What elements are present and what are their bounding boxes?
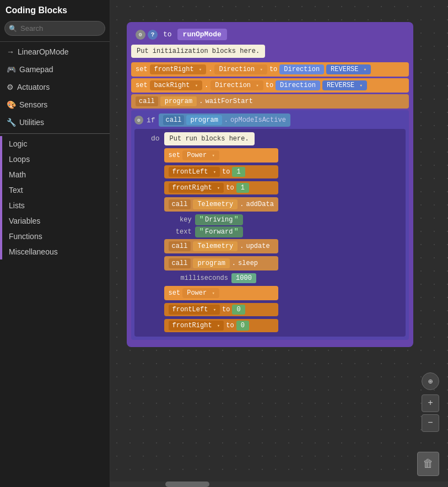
set-kw-power2: set bbox=[169, 289, 181, 297]
key-row: key " Driving " bbox=[175, 214, 278, 225]
zoom-in-button[interactable]: + bbox=[422, 394, 439, 412]
sidebar-item-label: Actuators bbox=[17, 83, 50, 91]
set-power-block2[interactable]: set Power ▾ bbox=[164, 286, 278, 300]
call-method-waitforstart: waitForStart bbox=[205, 98, 252, 105]
quote-left1: " bbox=[199, 215, 204, 224]
sidebar-item-sensors[interactable]: 🎨 Sensors bbox=[0, 96, 110, 113]
set-keyword: set bbox=[136, 66, 148, 73]
trash-button[interactable]: 🗑 bbox=[417, 452, 439, 476]
main-canvas[interactable]: ⚙ ? to runOpMode Put initialization bloc… bbox=[110, 0, 448, 487]
sidebar-item-math[interactable]: Math bbox=[0, 167, 110, 182]
quote-left2: " bbox=[199, 228, 204, 236]
assign-frontright1[interactable]: frontRight ▾ to 1 bbox=[164, 181, 278, 194]
call-obj-program1[interactable]: program bbox=[160, 96, 197, 106]
prop-direction2[interactable]: Direction ▾ bbox=[210, 80, 263, 90]
call-kw-telemetry: call bbox=[169, 199, 191, 209]
set-backright-block[interactable]: set backRight ▾ . Direction ▾ to Directi… bbox=[131, 78, 409, 93]
if-keyword: if bbox=[147, 116, 155, 125]
do-block: do Put run blocks here. set Power ▾ bbox=[134, 129, 406, 337]
sidebar-item-variables[interactable]: Variables bbox=[0, 213, 110, 229]
to2: to bbox=[266, 82, 273, 89]
runopmode-block[interactable]: ⚙ ? to runOpMode Put initialization bloc… bbox=[127, 22, 413, 347]
power-badge1[interactable]: Power ▾ bbox=[182, 150, 219, 160]
sidebar-item-functions[interactable]: Functions bbox=[0, 229, 110, 244]
prop-direction1[interactable]: Direction ▾ bbox=[214, 64, 267, 74]
key-value: Driving bbox=[205, 216, 233, 224]
do-keyword: do bbox=[151, 134, 160, 143]
header-block: ⚙ ? to runOpMode bbox=[131, 26, 409, 42]
set-power-block1[interactable]: set Power ▾ bbox=[164, 148, 278, 163]
sidebar-item-loops[interactable]: Loops bbox=[0, 151, 110, 167]
canvas-controls: ⊕ + − bbox=[422, 372, 439, 432]
var-backright[interactable]: backRight ▾ bbox=[150, 80, 202, 90]
sidebar-item-actuators[interactable]: ⚙ Actuators bbox=[0, 78, 110, 96]
search-input[interactable] bbox=[4, 21, 105, 36]
if-block[interactable]: ⚙ if call program . opModeIsActive do bbox=[131, 110, 409, 340]
zoom-out-button[interactable]: − bbox=[422, 414, 439, 432]
sidebar-item-linearopmode[interactable]: → LinearOpMode bbox=[0, 43, 110, 61]
sidebar-block-label: Math bbox=[9, 170, 26, 179]
call-sleep-block[interactable]: call program . sleep bbox=[164, 256, 278, 270]
sidebar-item-label: Gamepad bbox=[19, 65, 53, 74]
sidebar-item-miscellaneous[interactable]: Miscellaneous bbox=[0, 244, 110, 259]
sidebar: Coding Blocks 🔍 → LinearOpMode 🎮 Gamepad… bbox=[0, 0, 110, 487]
ms-value[interactable]: 1000 bbox=[231, 273, 256, 283]
dir-value1[interactable]: REVERSE ▾ bbox=[326, 64, 371, 74]
call-opmode-block[interactable]: call program . opModeIsActive bbox=[159, 113, 290, 127]
call-kw-sleep: call bbox=[169, 258, 191, 268]
gear-icon: ⚙ bbox=[7, 83, 14, 91]
var-frontleft1[interactable]: frontLeft ▾ bbox=[169, 167, 220, 177]
call-obj-telemetry1[interactable]: Telemetry bbox=[193, 199, 238, 209]
sidebar-item-logic[interactable]: Logic bbox=[0, 136, 110, 151]
dot4: . bbox=[224, 116, 228, 124]
dir-label1: Direction bbox=[279, 64, 324, 74]
call-obj-program2[interactable]: program bbox=[186, 115, 222, 125]
scroll-thumb[interactable] bbox=[165, 481, 209, 487]
crosshair-button[interactable]: ⊕ bbox=[422, 372, 439, 390]
call-waitforstart[interactable]: call program . waitForStart bbox=[131, 94, 409, 109]
text-label: text bbox=[175, 228, 192, 236]
call-kw1: call bbox=[136, 96, 158, 106]
sidebar-divider-thick bbox=[0, 133, 110, 134]
sidebar-item-gamepad[interactable]: 🎮 Gamepad bbox=[0, 61, 110, 78]
num-1b[interactable]: 1 bbox=[236, 183, 249, 193]
text-value-badge[interactable]: " Forward " bbox=[195, 226, 243, 237]
power-badge2[interactable]: Power ▾ bbox=[182, 288, 219, 298]
bottom-scrollbar[interactable] bbox=[110, 481, 448, 487]
assign-to3: to bbox=[222, 306, 230, 313]
call-telemetry-update[interactable]: call Telemetry . update bbox=[164, 239, 278, 253]
num-1a[interactable]: 1 bbox=[232, 167, 245, 177]
assign-frontright2[interactable]: frontRight ▾ to 0 bbox=[164, 319, 278, 332]
key-value-badge[interactable]: " Driving " bbox=[195, 214, 243, 225]
dot3: . bbox=[199, 98, 203, 105]
dot2: . bbox=[204, 82, 208, 89]
milliseconds-row: milliseconds 1000 bbox=[181, 273, 278, 283]
dot1: . bbox=[208, 66, 212, 73]
sidebar-item-text[interactable]: Text bbox=[0, 182, 110, 198]
call-obj-program3[interactable]: program bbox=[193, 258, 229, 268]
assign-to1: to bbox=[222, 168, 230, 176]
var-frontright2[interactable]: frontRight ▾ bbox=[169, 321, 224, 331]
call-adddata-method: addData bbox=[246, 201, 273, 208]
sensor-icon: 🎨 bbox=[7, 100, 16, 109]
sidebar-block-label: Functions bbox=[9, 232, 42, 241]
var-frontright1[interactable]: frontRight ▾ bbox=[169, 183, 224, 193]
blocks-area: ⚙ ? to runOpMode Put initialization bloc… bbox=[127, 22, 413, 347]
call-obj-telemetry2[interactable]: Telemetry bbox=[193, 241, 238, 251]
to-label: to bbox=[160, 29, 175, 40]
call-telemetry-adddata[interactable]: call Telemetry . addData bbox=[164, 197, 278, 212]
var-frontleft2[interactable]: frontLeft ▾ bbox=[169, 305, 220, 315]
set-frontright-block[interactable]: set frontRight ▾ . Direction ▾ to Direct… bbox=[131, 62, 409, 77]
call-kw-green: call bbox=[163, 115, 185, 125]
assign-frontleft2[interactable]: frontLeft ▾ to 0 bbox=[164, 303, 278, 316]
num-0b[interactable]: 0 bbox=[236, 321, 249, 331]
assign-frontleft1[interactable]: frontLeft ▾ to 1 bbox=[164, 165, 278, 178]
sidebar-block-label: Loops bbox=[9, 155, 30, 164]
search-icon: 🔍 bbox=[9, 24, 17, 33]
sidebar-item-utilities[interactable]: 🔧 Utilities bbox=[0, 113, 110, 131]
sidebar-item-lists[interactable]: Lists bbox=[0, 198, 110, 213]
var-frontright[interactable]: frontRight ▾ bbox=[150, 64, 207, 74]
if-header: ⚙ if call program . opModeIsActive bbox=[134, 113, 406, 127]
dir-value2[interactable]: REVERSE ▾ bbox=[322, 80, 367, 90]
num-0a[interactable]: 0 bbox=[232, 305, 245, 315]
